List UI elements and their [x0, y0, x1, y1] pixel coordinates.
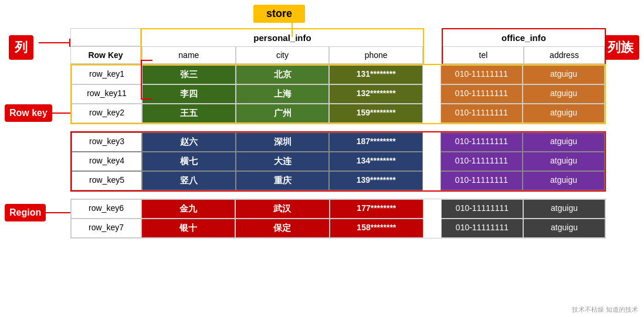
rowkey-section: row_key1 张三 北京 131******** 010-11111111 …: [70, 64, 606, 124]
liezu-label: 列族: [602, 35, 639, 60]
rowkey-label: Row key: [5, 104, 52, 122]
tel-header: tel: [443, 46, 524, 64]
address-header: address: [524, 46, 605, 64]
row-key-header: Row Key: [70, 46, 141, 64]
region-label: Region: [5, 204, 46, 221]
lie-label: 列: [9, 35, 33, 60]
phone-header: phone: [329, 46, 423, 64]
table-row: row_key11 李四 上海 132******** 010-11111111…: [72, 84, 605, 104]
table-row: row_key7 银十 保定 158******** 010-11111111 …: [71, 219, 605, 238]
store-label: store: [253, 5, 305, 23]
table-row: row_key5 竖八 重庆 139******** 010-11111111 …: [72, 171, 605, 190]
city-header: city: [236, 46, 330, 64]
main-container: store 列 列族 Row key Region personal_info: [0, 0, 644, 317]
watermark: 技术不枯燥 知道的技术: [572, 305, 638, 314]
office-info-header: office_info: [442, 28, 606, 46]
table-row: row_key2 王五 广州 159******** 010-11111111 …: [72, 104, 605, 123]
name-header: name: [142, 46, 236, 64]
other-section: row_key6 金九 武汉 177******** 010-11111111 …: [70, 199, 606, 238]
table-row: row_key3 赵六 深圳 187******** 010-11111111 …: [72, 132, 605, 152]
table-row: row_key6 金九 武汉 177******** 010-11111111 …: [71, 199, 605, 219]
table-row: row_key1 张三 北京 131******** 010-11111111 …: [72, 65, 605, 84]
personal-info-header: personal_info: [141, 28, 424, 46]
table-row: row_key4 横七 大连 134******** 010-11111111 …: [72, 152, 605, 171]
region-section: row_key3 赵六 深圳 187******** 010-11111111 …: [70, 131, 606, 192]
